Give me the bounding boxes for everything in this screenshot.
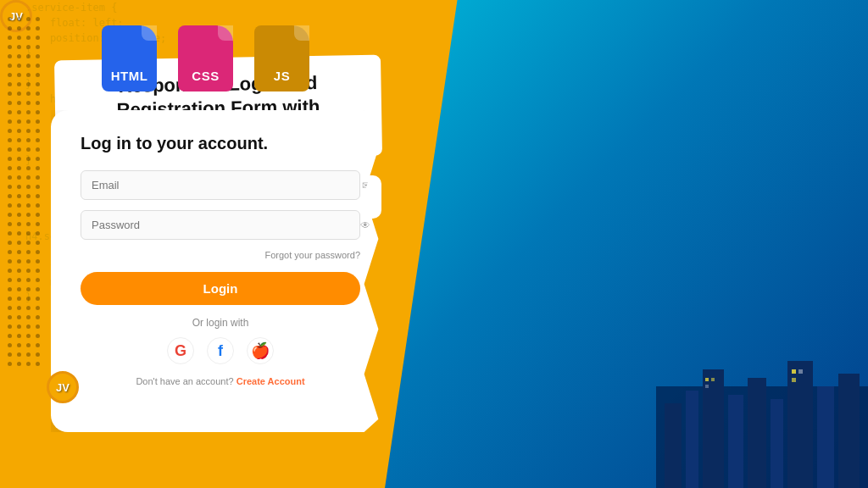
jv-logo-bottom: JV bbox=[47, 371, 79, 403]
svg-rect-13 bbox=[792, 369, 796, 374]
svg-rect-8 bbox=[817, 386, 834, 488]
city-skyline bbox=[656, 319, 868, 488]
dot-grid: const dotGrid = document.querySelector('… bbox=[0, 0, 47, 488]
or-login-text: Or login with bbox=[81, 317, 360, 329]
svg-rect-14 bbox=[798, 369, 803, 374]
apple-login-button[interactable]: 🍎 bbox=[247, 337, 274, 364]
svg-rect-4 bbox=[728, 395, 743, 488]
svg-rect-12 bbox=[705, 385, 709, 388]
svg-rect-9 bbox=[838, 374, 860, 488]
email-input[interactable] bbox=[81, 170, 360, 200]
create-account-text: Don't have an account? Create Account bbox=[81, 376, 360, 386]
html-file-icon: HTML bbox=[102, 25, 157, 92]
password-icon: 👁 bbox=[360, 219, 370, 231]
social-icons-row: G f 🍎 bbox=[81, 337, 360, 364]
svg-rect-2 bbox=[686, 391, 698, 488]
form-card: Log in to your account. ✉ 👁 Forgot your … bbox=[51, 110, 407, 432]
svg-rect-7 bbox=[787, 361, 813, 488]
email-field-wrapper: ✉ bbox=[81, 170, 377, 200]
svg-rect-1 bbox=[665, 403, 682, 488]
svg-rect-5 bbox=[748, 378, 766, 488]
login-button[interactable]: Login bbox=[81, 272, 360, 305]
html-label: HTML bbox=[111, 69, 148, 83]
svg-rect-10 bbox=[705, 378, 709, 381]
password-input[interactable] bbox=[81, 210, 360, 240]
facebook-login-button[interactable]: f bbox=[207, 337, 234, 364]
svg-rect-15 bbox=[792, 378, 796, 382]
js-label: JS bbox=[274, 69, 290, 83]
create-account-link[interactable]: Create Account bbox=[236, 376, 305, 386]
css-file-icon: CSS bbox=[178, 25, 233, 92]
form-title: Log in to your account. bbox=[81, 134, 377, 153]
file-icons-row: HTML CSS JS bbox=[102, 25, 309, 92]
svg-rect-11 bbox=[711, 378, 715, 381]
svg-rect-6 bbox=[771, 399, 783, 488]
password-field-wrapper: 👁 bbox=[81, 210, 377, 240]
js-file-icon: JS bbox=[254, 25, 309, 92]
google-login-button[interactable]: G bbox=[167, 337, 194, 364]
css-label: CSS bbox=[192, 69, 219, 83]
forgot-password-link[interactable]: Forgot your password? bbox=[81, 250, 360, 260]
